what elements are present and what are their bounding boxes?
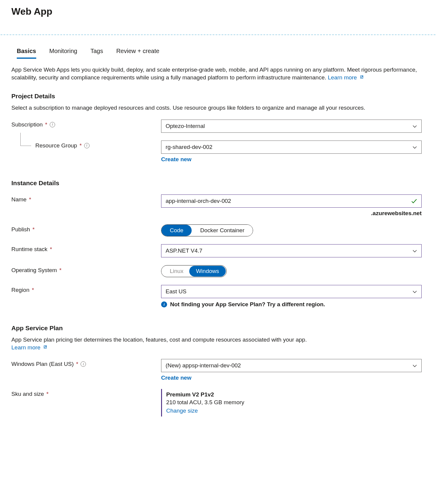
region-label-text: Region <box>11 287 29 293</box>
required-indicator: * <box>46 391 49 397</box>
required-indicator: * <box>76 361 78 367</box>
tab-tags[interactable]: Tags <box>90 48 103 59</box>
chevron-down-icon <box>412 248 417 253</box>
plan-value: (New) appsp-internal-dev-002 <box>166 362 241 369</box>
external-link-icon <box>43 345 47 351</box>
required-indicator: * <box>59 267 61 274</box>
chevron-down-icon <box>412 124 417 129</box>
plan-select[interactable]: (New) appsp-internal-dev-002 <box>161 359 422 372</box>
subscription-label-text: Subscription <box>11 121 43 128</box>
plan-label-text: Windows Plan (East US) <box>11 361 74 367</box>
sku-title: Premium V2 P1v2 <box>166 391 422 398</box>
sku-label: Sku and size * <box>11 389 161 397</box>
app-service-plan-desc: App Service plan pricing tier determines… <box>11 336 425 351</box>
subscription-select[interactable]: Optezo-Internal <box>161 120 422 133</box>
region-hint: i Not finding your App Service Plan? Try… <box>161 301 422 308</box>
sku-label-text: Sku and size <box>11 391 44 397</box>
publish-label-text: Publish <box>11 226 30 233</box>
asp-desc-text: App Service plan pricing tier determines… <box>11 336 307 343</box>
resource-group-label: Resource Group * i <box>11 141 161 149</box>
os-label-text: Operating System <box>11 267 57 274</box>
asp-learn-more-label: Learn more <box>11 344 40 351</box>
required-indicator: * <box>32 287 34 293</box>
resource-group-value: rg-shared-dev-002 <box>166 144 212 150</box>
runtime-label-text: Runtime stack <box>11 246 47 253</box>
chevron-down-icon <box>412 289 417 294</box>
publish-option-docker[interactable]: Docker Container <box>192 225 253 236</box>
tab-monitoring[interactable]: Monitoring <box>49 48 77 59</box>
info-icon[interactable]: i <box>81 361 86 367</box>
plan-label: Windows Plan (East US) * i <box>11 359 161 367</box>
section-instance-details: Instance Details <box>11 179 425 187</box>
runtime-value: ASP.NET V4.7 <box>166 248 202 254</box>
resource-group-select[interactable]: rg-shared-dev-002 <box>161 141 422 154</box>
intro-text: App Service Web Apps lets you quickly bu… <box>11 66 425 81</box>
region-select[interactable]: East US <box>161 285 422 298</box>
required-indicator: * <box>79 142 81 149</box>
os-option-windows[interactable]: Windows <box>189 266 225 277</box>
required-indicator: * <box>29 196 31 203</box>
required-indicator: * <box>32 226 34 233</box>
resource-group-label-text: Resource Group <box>35 142 77 149</box>
resource-group-create-new-link[interactable]: Create new <box>161 156 191 162</box>
region-value: East US <box>166 288 187 295</box>
sku-block: Premium V2 P1v2 210 total ACU, 3.5 GB me… <box>161 389 422 417</box>
required-indicator: * <box>50 246 52 253</box>
region-label: Region * <box>11 285 161 293</box>
tab-review-create[interactable]: Review + create <box>116 48 159 59</box>
runtime-label: Runtime stack * <box>11 244 161 253</box>
publish-toggle: Code Docker Container <box>161 224 253 236</box>
external-link-icon <box>360 75 364 81</box>
checkmark-icon <box>411 197 418 205</box>
sku-detail: 210 total ACU, 3.5 GB memory <box>166 399 422 406</box>
os-toggle: Linux Windows <box>161 265 227 277</box>
tab-bar: Basics Monitoring Tags Review + create <box>11 35 425 59</box>
intro-learn-more-label: Learn more <box>328 74 357 81</box>
name-value: app-internal-orch-dev-002 <box>166 198 231 204</box>
info-icon[interactable]: i <box>50 122 55 127</box>
info-icon[interactable]: i <box>84 143 90 148</box>
os-option-linux[interactable]: Linux <box>161 268 189 274</box>
project-details-desc: Select a subscription to manage deployed… <box>11 104 425 112</box>
domain-suffix: .azurewebsites.net <box>161 210 422 217</box>
tab-basics[interactable]: Basics <box>17 48 36 59</box>
publish-option-code[interactable]: Code <box>161 225 192 236</box>
plan-create-new-link[interactable]: Create new <box>161 375 191 381</box>
name-input[interactable]: app-internal-orch-dev-002 <box>161 194 422 208</box>
section-project-details: Project Details <box>11 93 425 100</box>
info-filled-icon: i <box>161 301 167 307</box>
chevron-down-icon <box>412 363 417 368</box>
section-app-service-plan: App Service Plan <box>11 325 425 332</box>
os-label: Operating System * <box>11 265 161 274</box>
tree-connector-icon <box>20 133 31 146</box>
subscription-value: Optezo-Internal <box>166 123 205 129</box>
asp-learn-more-link[interactable]: Learn more <box>11 344 47 351</box>
name-label-text: Name <box>11 196 27 203</box>
publish-label: Publish * <box>11 224 161 233</box>
name-label: Name * <box>11 194 161 203</box>
intro-learn-more-link[interactable]: Learn more <box>328 74 364 81</box>
required-indicator: * <box>45 121 47 128</box>
page-title: Web App <box>11 0 425 22</box>
chevron-down-icon <box>412 145 417 150</box>
region-hint-text: Not finding your App Service Plan? Try a… <box>170 301 325 308</box>
runtime-select[interactable]: ASP.NET V4.7 <box>161 244 422 257</box>
subscription-label: Subscription * i <box>11 120 161 128</box>
change-size-link[interactable]: Change size <box>166 408 198 414</box>
